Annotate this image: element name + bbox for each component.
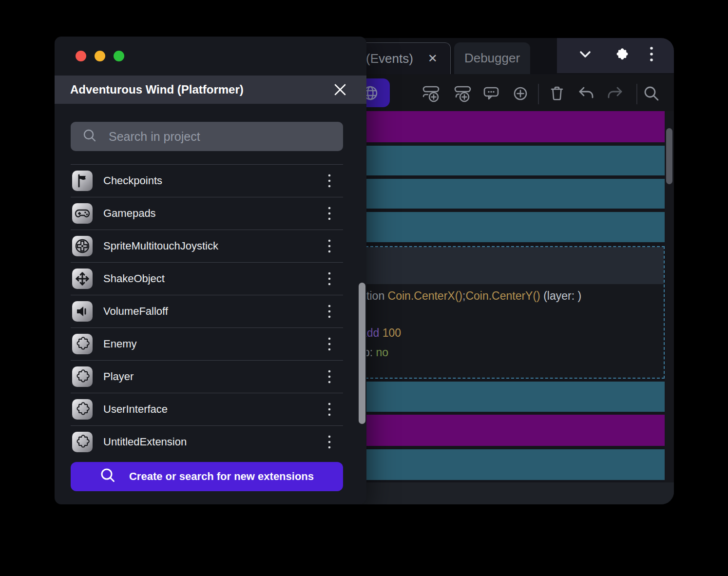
puzzle-icon <box>72 334 93 354</box>
redo-button[interactable] <box>604 83 626 104</box>
event-row-selected[interactable]: ition Coin.CenterX();Coin.CenterY() (lay… <box>361 246 665 379</box>
list-item-checkpoints[interactable]: Checkpoints <box>71 164 343 197</box>
event-row-teal[interactable] <box>361 146 665 175</box>
search-icon <box>82 128 97 145</box>
event-action-text: p: no <box>364 346 388 359</box>
close-window-button[interactable] <box>76 51 86 61</box>
tab-debugger-label: Debugger <box>464 51 520 66</box>
chevron-down-icon[interactable] <box>577 46 594 65</box>
zoom-window-button[interactable] <box>114 51 124 61</box>
list-item-label: Enemy <box>103 338 136 350</box>
events-editor-window: (Events) ✕ Debugger <box>361 38 674 504</box>
dialog-scrollbar-thumb[interactable] <box>359 283 365 424</box>
list-item-label: Checkpoints <box>103 174 162 187</box>
undo-button[interactable] <box>575 83 597 104</box>
item-options-kebab-icon[interactable] <box>324 206 335 221</box>
events-sheet-footer <box>361 482 674 504</box>
extensions-puzzle-icon[interactable] <box>613 47 629 64</box>
event-row-teal[interactable] <box>361 382 665 412</box>
event-row-teal[interactable] <box>361 179 665 209</box>
flag-icon <box>72 171 93 191</box>
project-elements-dialog: Adventurous Wind (Platformer) Checkpoint… <box>55 37 366 504</box>
events-sheet: ition Coin.CenterX();Coin.CenterY() (lay… <box>361 111 674 504</box>
event-row-teal[interactable] <box>361 449 665 480</box>
list-item-userinterface[interactable]: UserInterface <box>71 393 343 425</box>
minimize-window-button[interactable] <box>95 51 105 61</box>
list-item-player[interactable]: Player <box>71 360 343 393</box>
move-arrows-icon <box>72 269 93 289</box>
joystick-icon <box>72 236 93 256</box>
event-action-text: add 100 <box>361 326 401 340</box>
item-options-kebab-icon[interactable] <box>324 369 335 384</box>
add-subevent-button[interactable] <box>452 83 474 104</box>
gamepad-icon <box>72 203 93 224</box>
list-item-label: UntitledExtension <box>103 436 187 448</box>
item-options-kebab-icon[interactable] <box>324 304 335 319</box>
list-item-untitledextension[interactable]: UntitledExtension <box>71 425 343 458</box>
search-events-button[interactable] <box>641 83 662 104</box>
item-options-kebab-icon[interactable] <box>324 271 335 287</box>
list-item-gamepads[interactable]: Gamepads <box>71 197 343 230</box>
event-action-text: ition Coin.CenterX();Coin.CenterY() (lay… <box>364 289 581 303</box>
item-options-kebab-icon[interactable] <box>324 173 335 189</box>
events-scrollbar-thumb[interactable] <box>666 128 672 184</box>
puzzle-icon <box>72 366 93 387</box>
puzzle-icon <box>72 432 93 452</box>
tab-events-label: (Events) <box>366 51 413 66</box>
list-item-label: Gamepads <box>103 207 156 220</box>
window-controls <box>76 51 124 61</box>
tab-events[interactable]: (Events) ✕ <box>361 42 451 74</box>
close-dialog-icon[interactable] <box>333 83 347 96</box>
event-row-purple[interactable] <box>361 415 665 446</box>
item-options-kebab-icon[interactable] <box>324 238 335 254</box>
search-box <box>71 122 343 151</box>
create-extension-button[interactable]: Create or search for new extensions <box>71 462 343 491</box>
item-options-kebab-icon[interactable] <box>324 434 335 450</box>
tab-debugger[interactable]: Debugger <box>454 42 530 74</box>
list-item-label: Player <box>103 370 134 383</box>
events-toolbar <box>361 74 674 111</box>
toolbar-separator <box>538 84 539 104</box>
puzzle-icon <box>72 399 93 420</box>
dialog-title: Adventurous Wind (Platformer) <box>70 83 244 96</box>
add-event-button[interactable] <box>421 83 442 104</box>
search-icon <box>100 467 115 486</box>
event-row-teal[interactable] <box>361 212 665 242</box>
item-options-kebab-icon[interactable] <box>324 336 335 352</box>
item-options-kebab-icon[interactable] <box>324 402 335 417</box>
toolbar-separator <box>636 84 637 104</box>
event-row-purple[interactable] <box>361 111 665 142</box>
create-extension-button-label: Create or search for new extensions <box>129 470 314 483</box>
list-item-label: UserInterface <box>103 403 168 416</box>
dialog-header: Adventurous Wind (Platformer) <box>55 76 366 104</box>
speaker-icon <box>72 301 93 322</box>
tab-bar: (Events) ✕ Debugger <box>361 38 674 74</box>
add-comment-button[interactable] <box>480 83 502 104</box>
list-item-enemy[interactable]: Enemy <box>71 327 343 360</box>
add-circle-button[interactable] <box>510 83 531 104</box>
extensions-list: Checkpoints Gamepads SpriteMultitouchJoy… <box>71 164 343 458</box>
kebab-menu-icon[interactable] <box>649 46 654 65</box>
delete-button[interactable] <box>546 83 568 104</box>
window-actions-bar <box>557 38 674 73</box>
list-item-shakeobject[interactable]: ShakeObject <box>71 262 343 295</box>
list-item-spritemultitouchjoystick[interactable]: SpriteMultitouchJoystick <box>71 230 343 262</box>
tab-close-icon[interactable]: ✕ <box>428 53 438 64</box>
list-item-label: SpriteMultitouchJoystick <box>103 240 218 252</box>
list-item-volumefalloff[interactable]: VolumeFalloff <box>71 295 343 327</box>
search-input[interactable] <box>108 129 343 144</box>
list-item-label: ShakeObject <box>103 272 165 285</box>
event-rows: ition Coin.CenterX();Coin.CenterY() (lay… <box>361 111 665 480</box>
list-item-label: VolumeFalloff <box>103 305 168 318</box>
event-conditions-area[interactable] <box>362 247 664 284</box>
